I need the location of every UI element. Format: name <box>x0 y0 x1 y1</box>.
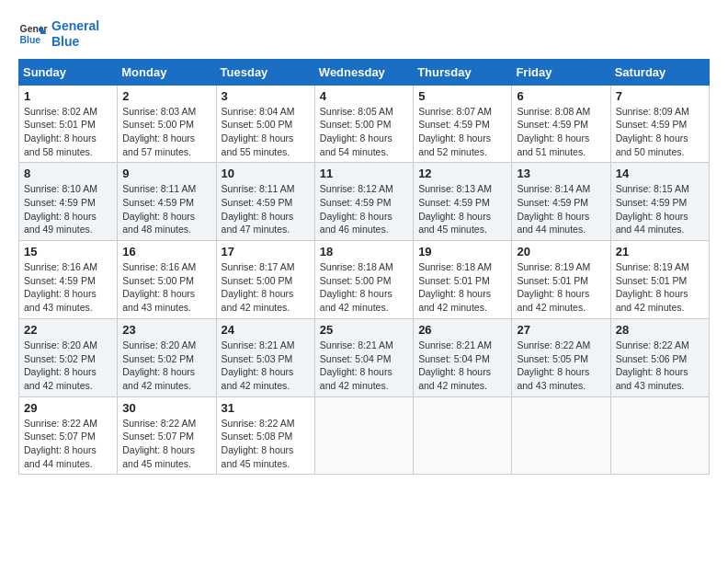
day-number: 7 <box>616 89 704 103</box>
day-info: Sunrise: 8:22 AM Sunset: 5:07 PM Dayligh… <box>24 417 112 471</box>
calendar-cell: 22 Sunrise: 8:20 AM Sunset: 5:02 PM Dayl… <box>19 318 118 396</box>
day-info: Sunrise: 8:22 AM Sunset: 5:06 PM Dayligh… <box>616 339 704 393</box>
calendar-cell: 30 Sunrise: 8:22 AM Sunset: 5:07 PM Dayl… <box>118 396 216 475</box>
calendar-cell <box>512 396 610 475</box>
day-number: 28 <box>616 323 704 337</box>
day-number: 17 <box>222 245 310 259</box>
day-info: Sunrise: 8:19 AM Sunset: 5:01 PM Dayligh… <box>616 260 704 315</box>
day-number: 14 <box>616 167 704 180</box>
day-info: Sunrise: 8:15 AM Sunset: 4:59 PM Dayligh… <box>616 182 704 236</box>
day-number: 26 <box>418 323 506 337</box>
day-number: 10 <box>222 167 310 180</box>
calendar-cell <box>414 396 512 475</box>
calendar-cell: 24 Sunrise: 8:21 AM Sunset: 5:03 PM Dayl… <box>216 318 314 396</box>
day-number: 3 <box>222 89 310 103</box>
calendar-cell: 29 Sunrise: 8:22 AM Sunset: 5:07 PM Dayl… <box>19 396 118 475</box>
day-info: Sunrise: 8:07 AM Sunset: 4:59 PM Dayligh… <box>418 105 506 159</box>
calendar-cell: 31 Sunrise: 8:22 AM Sunset: 5:08 PM Dayl… <box>216 396 314 475</box>
calendar-cell: 25 Sunrise: 8:21 AM Sunset: 5:04 PM Dayl… <box>314 318 413 396</box>
calendar-cell: 8 Sunrise: 8:10 AM Sunset: 4:59 PM Dayli… <box>19 163 118 241</box>
day-info: Sunrise: 8:19 AM Sunset: 5:01 PM Dayligh… <box>517 260 605 315</box>
day-info: Sunrise: 8:16 AM Sunset: 4:59 PM Dayligh… <box>24 260 112 315</box>
calendar-cell: 17 Sunrise: 8:17 AM Sunset: 5:00 PM Dayl… <box>216 241 314 319</box>
calendar-cell: 14 Sunrise: 8:15 AM Sunset: 4:59 PM Dayl… <box>610 163 709 241</box>
day-number: 15 <box>24 245 112 259</box>
day-info: Sunrise: 8:04 AM Sunset: 5:00 PM Dayligh… <box>222 105 310 159</box>
day-info: Sunrise: 8:10 AM Sunset: 4:59 PM Dayligh… <box>24 182 112 236</box>
calendar-cell: 5 Sunrise: 8:07 AM Sunset: 4:59 PM Dayli… <box>414 85 512 163</box>
svg-text:Blue: Blue <box>20 34 41 44</box>
calendar-cell: 23 Sunrise: 8:20 AM Sunset: 5:02 PM Dayl… <box>118 318 216 396</box>
calendar-cell: 10 Sunrise: 8:11 AM Sunset: 4:59 PM Dayl… <box>216 163 314 241</box>
weekday-header-thursday: Thursday <box>414 59 512 85</box>
day-info: Sunrise: 8:20 AM Sunset: 5:02 PM Dayligh… <box>24 339 112 393</box>
calendar-cell: 16 Sunrise: 8:16 AM Sunset: 5:00 PM Dayl… <box>118 241 216 319</box>
calendar-cell: 15 Sunrise: 8:16 AM Sunset: 4:59 PM Dayl… <box>19 241 118 319</box>
calendar-cell: 28 Sunrise: 8:22 AM Sunset: 5:06 PM Dayl… <box>610 318 709 396</box>
weekday-header-tuesday: Tuesday <box>216 59 314 85</box>
day-info: Sunrise: 8:11 AM Sunset: 4:59 PM Dayligh… <box>222 182 310 236</box>
calendar-cell: 19 Sunrise: 8:18 AM Sunset: 5:01 PM Dayl… <box>414 241 512 319</box>
day-info: Sunrise: 8:20 AM Sunset: 5:02 PM Dayligh… <box>122 339 210 393</box>
calendar-cell: 13 Sunrise: 8:14 AM Sunset: 4:59 PM Dayl… <box>512 163 610 241</box>
calendar-cell: 18 Sunrise: 8:18 AM Sunset: 5:00 PM Dayl… <box>314 241 413 319</box>
calendar-cell: 1 Sunrise: 8:02 AM Sunset: 5:01 PM Dayli… <box>19 85 118 163</box>
calendar-cell: 6 Sunrise: 8:08 AM Sunset: 4:59 PM Dayli… <box>512 85 610 163</box>
day-number: 19 <box>418 245 506 259</box>
day-info: Sunrise: 8:18 AM Sunset: 5:01 PM Dayligh… <box>418 260 506 315</box>
calendar-table: SundayMondayTuesdayWednesdayThursdayFrid… <box>18 59 710 476</box>
day-number: 21 <box>616 245 704 259</box>
calendar-cell: 26 Sunrise: 8:21 AM Sunset: 5:04 PM Dayl… <box>414 318 512 396</box>
calendar-cell: 12 Sunrise: 8:13 AM Sunset: 4:59 PM Dayl… <box>414 163 512 241</box>
day-info: Sunrise: 8:21 AM Sunset: 5:04 PM Dayligh… <box>418 339 506 393</box>
page-header: General Blue GeneralBlue <box>18 18 710 50</box>
day-info: Sunrise: 8:17 AM Sunset: 5:00 PM Dayligh… <box>222 260 310 315</box>
day-number: 18 <box>320 245 408 259</box>
calendar-cell: 11 Sunrise: 8:12 AM Sunset: 4:59 PM Dayl… <box>314 163 413 241</box>
day-number: 20 <box>517 245 605 259</box>
day-info: Sunrise: 8:02 AM Sunset: 5:01 PM Dayligh… <box>24 105 112 159</box>
day-number: 6 <box>517 89 605 103</box>
day-info: Sunrise: 8:16 AM Sunset: 5:00 PM Dayligh… <box>122 260 210 315</box>
day-number: 22 <box>24 323 112 337</box>
weekday-header-sunday: Sunday <box>19 59 118 85</box>
day-info: Sunrise: 8:21 AM Sunset: 5:04 PM Dayligh… <box>320 339 408 393</box>
calendar-cell: 3 Sunrise: 8:04 AM Sunset: 5:00 PM Dayli… <box>216 85 314 163</box>
calendar-cell: 9 Sunrise: 8:11 AM Sunset: 4:59 PM Dayli… <box>118 163 216 241</box>
calendar-cell <box>610 396 709 475</box>
day-info: Sunrise: 8:03 AM Sunset: 5:00 PM Dayligh… <box>122 105 210 159</box>
day-info: Sunrise: 8:22 AM Sunset: 5:08 PM Dayligh… <box>222 417 310 471</box>
day-number: 1 <box>24 89 112 103</box>
day-number: 13 <box>517 167 605 180</box>
calendar-cell: 7 Sunrise: 8:09 AM Sunset: 4:59 PM Dayli… <box>610 85 709 163</box>
calendar-cell <box>314 396 413 475</box>
calendar-cell: 4 Sunrise: 8:05 AM Sunset: 5:00 PM Dayli… <box>314 85 413 163</box>
day-info: Sunrise: 8:21 AM Sunset: 5:03 PM Dayligh… <box>222 339 310 393</box>
day-info: Sunrise: 8:22 AM Sunset: 5:05 PM Dayligh… <box>517 339 605 393</box>
day-info: Sunrise: 8:18 AM Sunset: 5:00 PM Dayligh… <box>320 260 408 315</box>
day-number: 29 <box>24 401 112 415</box>
day-number: 31 <box>222 401 310 415</box>
calendar-cell: 21 Sunrise: 8:19 AM Sunset: 5:01 PM Dayl… <box>610 241 709 319</box>
day-number: 8 <box>24 167 112 180</box>
day-number: 2 <box>122 89 210 103</box>
day-number: 5 <box>418 89 506 103</box>
day-number: 30 <box>122 401 210 415</box>
day-info: Sunrise: 8:09 AM Sunset: 4:59 PM Dayligh… <box>616 105 704 159</box>
day-number: 11 <box>320 167 408 180</box>
day-number: 12 <box>418 167 506 180</box>
weekday-header-saturday: Saturday <box>610 59 709 85</box>
day-info: Sunrise: 8:05 AM Sunset: 5:00 PM Dayligh… <box>320 105 408 159</box>
day-number: 9 <box>122 167 210 180</box>
day-number: 4 <box>320 89 408 103</box>
weekday-header-wednesday: Wednesday <box>314 59 413 85</box>
day-info: Sunrise: 8:13 AM Sunset: 4:59 PM Dayligh… <box>418 182 506 236</box>
day-info: Sunrise: 8:22 AM Sunset: 5:07 PM Dayligh… <box>122 417 210 471</box>
logo-text: GeneralBlue <box>51 18 99 50</box>
day-info: Sunrise: 8:08 AM Sunset: 4:59 PM Dayligh… <box>517 105 605 159</box>
day-info: Sunrise: 8:11 AM Sunset: 4:59 PM Dayligh… <box>122 182 210 236</box>
day-info: Sunrise: 8:14 AM Sunset: 4:59 PM Dayligh… <box>517 182 605 236</box>
day-number: 16 <box>122 245 210 259</box>
calendar-cell: 27 Sunrise: 8:22 AM Sunset: 5:05 PM Dayl… <box>512 318 610 396</box>
day-number: 24 <box>222 323 310 337</box>
